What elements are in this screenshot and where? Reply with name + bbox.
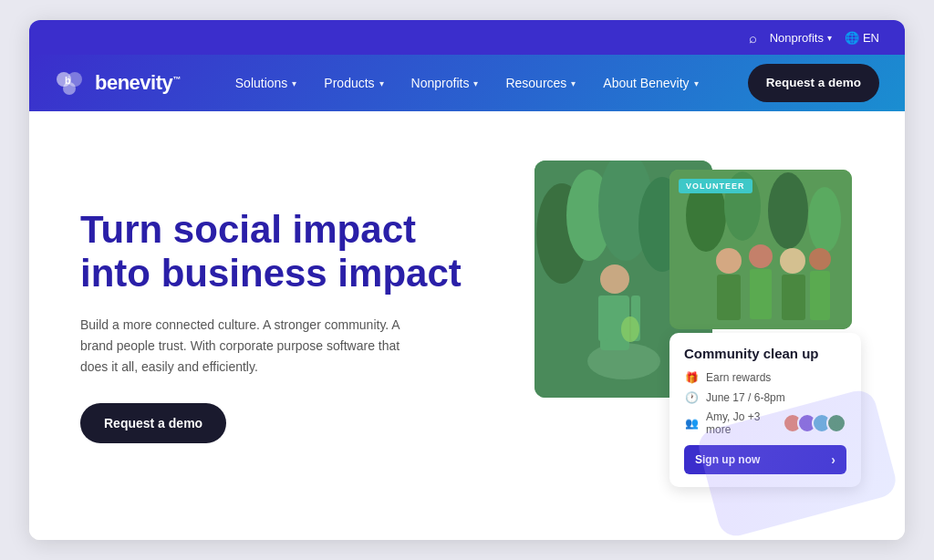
event-date-text: June 17 / 6-8pm: [706, 391, 785, 404]
nonprofits-chevron: ▾: [473, 78, 478, 88]
hero-subtitle: Build a more connected culture. A strong…: [80, 315, 418, 378]
products-chevron: ▾: [379, 78, 384, 88]
volunteer-badge: VOLUNTEER: [679, 179, 752, 193]
svg-point-19: [768, 172, 808, 249]
svg-point-23: [749, 244, 773, 268]
nav-item-solutions[interactable]: Solutions ▾: [224, 68, 308, 98]
hero-secondary-image: VOLUNTEER: [669, 170, 852, 329]
svg-point-25: [780, 248, 805, 274]
about-chevron: ▾: [694, 78, 699, 88]
globe-icon: 🌐: [845, 31, 859, 45]
people-icon: 👥: [684, 416, 699, 430]
svg-point-15: [621, 316, 639, 342]
svg-point-20: [808, 187, 841, 253]
svg-rect-26: [782, 275, 805, 320]
hero-title: Turn social impact into business impact: [80, 208, 482, 296]
utility-bar: ⌕ Nonprofits ▾ 🌐 EN: [29, 20, 905, 55]
nonprofit-chevron: ▾: [827, 33, 832, 43]
event-rewards-text: Earn rewards: [706, 371, 771, 384]
logo[interactable]: b benevity™: [55, 70, 181, 96]
nav-item-resources[interactable]: Resources ▾: [494, 68, 586, 98]
nav-item-nonprofits[interactable]: Nonprofits ▾: [400, 68, 490, 98]
logo-icon: b: [55, 70, 88, 96]
nonprofit-label: Nonprofits: [770, 31, 824, 45]
svg-rect-28: [810, 271, 830, 320]
svg-rect-13: [598, 296, 607, 341]
svg-rect-22: [717, 275, 741, 320]
event-detail-rewards: 🎁 Earn rewards: [684, 370, 846, 385]
clock-icon: 🕐: [684, 390, 699, 405]
nav-item-products[interactable]: Products ▾: [313, 68, 394, 98]
nonprofit-selector[interactable]: Nonprofits ▾: [770, 31, 832, 45]
main-nav: b benevity™ Solutions ▾ Products ▾ Nonpr…: [29, 55, 905, 111]
solutions-chevron: ▾: [292, 78, 296, 88]
resources-chevron: ▾: [571, 78, 576, 88]
nav-item-about[interactable]: About Benevity ▾: [592, 68, 709, 98]
language-label: EN: [863, 31, 879, 45]
nav-links: Solutions ▾ Products ▾ Nonprofits ▾ Reso…: [224, 68, 733, 98]
search-icon[interactable]: ⌕: [749, 30, 757, 46]
svg-rect-24: [750, 269, 772, 319]
hero-left: Turn social impact into business impact …: [80, 208, 482, 443]
rewards-icon: 🎁: [684, 370, 699, 385]
svg-point-27: [809, 248, 831, 270]
language-selector[interactable]: 🌐 EN: [845, 31, 879, 45]
svg-point-21: [716, 248, 742, 274]
hero-section: Turn social impact into business impact …: [29, 111, 905, 540]
hero-right: VOLUNTEER Community clean up 🎁 Earn rewa…: [525, 151, 861, 500]
hero-cta-button[interactable]: Request a demo: [80, 403, 226, 443]
svg-text:b: b: [65, 75, 71, 86]
event-card-title: Community clean up: [684, 346, 846, 361]
browser-frame: ⌕ Nonprofits ▾ 🌐 EN b benevity™: [29, 20, 905, 540]
svg-point-11: [600, 264, 629, 294]
logo-text: benevity™: [95, 71, 181, 95]
nav-cta-button[interactable]: Request a demo: [748, 64, 879, 102]
